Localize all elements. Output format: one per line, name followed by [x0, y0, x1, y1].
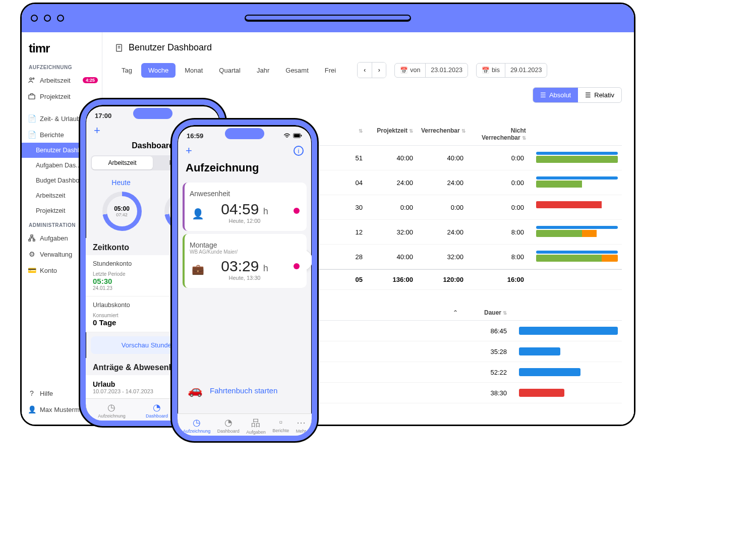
svg-rect-3 — [31, 235, 33, 236]
sidebar-item-label: Aufgaben Das... — [36, 162, 81, 169]
sort-icon[interactable]: ⇅ — [522, 135, 526, 141]
svg-rect-4 — [29, 240, 30, 241]
view-relativ[interactable]: ☰ Relativ — [578, 88, 621, 102]
recording-indicator — [294, 208, 300, 214]
progress-ring-today: 05:0007:42 — [102, 192, 142, 231]
next-button[interactable]: › — [372, 63, 386, 78]
card-icon: 💳 — [28, 266, 36, 274]
card-anwesenheit[interactable]: Anwesenheit 👤 04:59 h Heute, 12:00 — [183, 183, 307, 231]
period-jahr[interactable]: Jahr — [250, 63, 276, 78]
page-title-row: Benutzer Dashboard — [114, 42, 622, 53]
hierarchy-icon: 品 — [251, 417, 260, 429]
phone-aufzeichnung: 16:59 + i Aufzeichnung Anwesenheit 👤 04:… — [171, 119, 318, 442]
sort-icon[interactable]: ⇅ — [503, 310, 507, 316]
sidebar-section-label: AUFZEICHNUNG — [22, 61, 102, 72]
svg-rect-5 — [33, 240, 35, 241]
address-bar[interactable] — [245, 15, 411, 22]
sidebar-item-label: Arbeitszeit — [40, 77, 71, 84]
hierarchy-icon — [28, 234, 36, 242]
document-icon: 📄 — [28, 114, 36, 123]
svg-point-1 — [33, 78, 34, 79]
status-icons — [283, 133, 303, 138]
list-icon: ☰ — [585, 91, 591, 99]
car-icon: 🚗 — [188, 383, 203, 397]
briefcase-icon — [28, 92, 36, 100]
sidebar-item-label: Projektzeit — [36, 207, 65, 214]
date-to-group[interactable]: 📅bis 29.01.2023 — [476, 63, 548, 78]
prev-button[interactable]: ‹ — [358, 63, 372, 78]
clock: 16:59 — [187, 132, 203, 140]
phone-title: Aufzeichnung — [178, 159, 312, 180]
nav-dashboard[interactable]: ◔Dashboard — [217, 417, 240, 435]
page-title: Benutzer Dashboard — [129, 42, 212, 53]
nav-aufgaben[interactable]: 品Aufgaben — [246, 417, 266, 435]
users-icon — [28, 76, 36, 84]
logo: timr — [22, 32, 102, 61]
help-icon: ? — [28, 389, 36, 397]
phone-statusbar: 16:59 — [178, 125, 312, 142]
period-frei[interactable]: Frei — [318, 63, 343, 78]
nav-aufzeichnung[interactable]: ◷Aufzeichnung — [183, 417, 211, 435]
sidebar-item-label: Budget Dashbo... — [36, 177, 85, 184]
nav-aufzeichnung[interactable]: ◷Aufzeichnung — [98, 402, 126, 420]
more-icon: ⋯ — [297, 417, 306, 428]
sidebar-item-label: Projektzeit — [40, 93, 71, 100]
sidebar-item-label: Berichte — [40, 131, 64, 139]
tab-arbeitszeit[interactable]: Arbeitszeit — [92, 156, 153, 169]
sort-icon[interactable]: ⇅ — [409, 128, 413, 134]
sort-icon[interactable]: ⇅ — [359, 128, 363, 134]
pie-icon: ◔ — [224, 417, 232, 428]
card-montage[interactable]: Montage WB AG/Kunde Maier/ 💼 03:29 h Heu… — [183, 234, 307, 288]
period-toolbar: Tag Woche Monat Quartal Jahr Gesamt Frei… — [114, 62, 622, 78]
clock-icon: ◷ — [193, 417, 201, 428]
svg-point-0 — [30, 78, 32, 80]
period-tabs: Tag Woche Monat Quartal Jahr Gesamt Frei — [114, 63, 343, 78]
sidebar-item-label: Konto — [40, 267, 57, 274]
info-button[interactable]: i — [294, 146, 304, 156]
timer-badge: 4:25 — [83, 77, 98, 83]
document-icon: ▫ — [279, 417, 282, 428]
recording-indicator — [294, 263, 300, 269]
sidebar-item-label: Arbeitszeit — [36, 192, 65, 199]
user-icon: 👤 — [28, 405, 36, 413]
sidebar-item-label: Max Musterm... — [40, 406, 85, 413]
pie-icon: ◔ — [153, 402, 161, 413]
view-toggle: ☰ Absolut ☰ Relativ — [533, 87, 622, 103]
nav-mehr[interactable]: ⋯Mehr — [296, 417, 307, 435]
calendar-icon: 📅 — [400, 67, 408, 74]
date-from-group[interactable]: 📅von 23.01.2023 — [394, 63, 468, 78]
presence-icon: 👤 — [192, 208, 204, 220]
svg-rect-9 — [301, 135, 302, 136]
fahrtenbuch-button[interactable]: 🚗 Fahrtenbuch starten — [178, 373, 312, 407]
date-to-value: 29.01.2023 — [505, 64, 547, 77]
collapse-toggle[interactable]: ⌃ — [440, 309, 471, 316]
calendar-icon: 📅 — [482, 67, 490, 74]
notch — [133, 108, 172, 119]
browser-titlebar — [22, 4, 634, 32]
sort-icon[interactable]: ⇅ — [461, 128, 466, 134]
filter-heute[interactable]: Heute — [111, 178, 130, 187]
period-gesamt[interactable]: Gesamt — [278, 63, 316, 78]
nav-berichte[interactable]: ▫Berichte — [272, 417, 289, 435]
sidebar-item-arbeitszeit[interactable]: Arbeitszeit 4:25 — [22, 72, 102, 88]
period-quartal[interactable]: Quartal — [212, 63, 248, 78]
window-dot[interactable] — [57, 15, 64, 22]
sidebar-item-label: Hilfe — [40, 390, 53, 397]
svg-rect-2 — [29, 95, 35, 99]
report-icon — [114, 43, 124, 52]
nav-dashboard[interactable]: ◔Dashboard — [146, 402, 168, 420]
period-nav: ‹ › — [357, 62, 386, 78]
period-monat[interactable]: Monat — [178, 63, 210, 78]
add-button[interactable]: + — [186, 144, 192, 157]
add-button[interactable]: + — [94, 124, 100, 137]
period-woche[interactable]: Woche — [141, 63, 176, 78]
clock: 17:00 — [95, 112, 111, 120]
window-dot[interactable] — [44, 15, 51, 22]
period-tag[interactable]: Tag — [114, 63, 139, 78]
view-absolut[interactable]: ☰ Absolut — [533, 88, 578, 102]
sidebar-item-label: Verwaltung — [40, 251, 72, 258]
clock-icon: ◷ — [107, 402, 115, 413]
window-dot[interactable] — [31, 15, 38, 22]
gear-icon: ⚙ — [28, 250, 36, 258]
project-icon: 💼 — [192, 263, 204, 275]
